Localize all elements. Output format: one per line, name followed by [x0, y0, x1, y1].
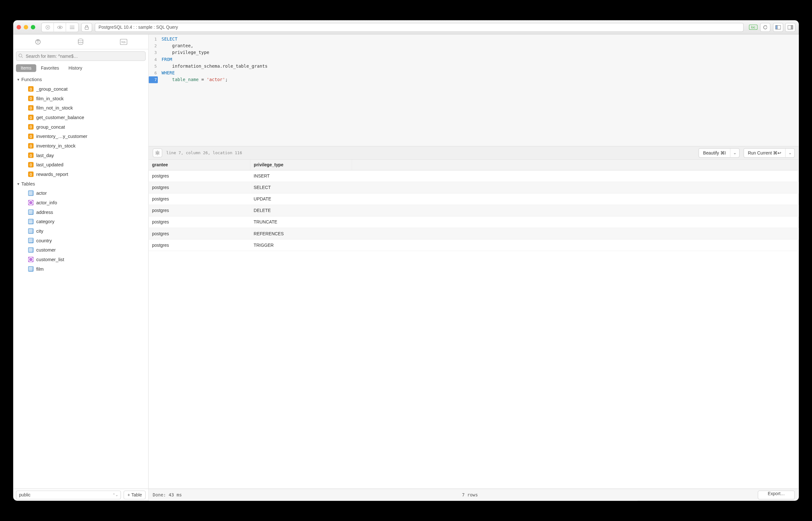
object-tree[interactable]: ▼ Functions {}_group_concat{}film_in_sto… [13, 75, 148, 489]
table-item[interactable]: customer [13, 245, 148, 255]
run-button[interactable]: Run Current ⌘↩ ⌄ [743, 148, 795, 158]
stop-button[interactable] [42, 23, 54, 31]
result-cell[interactable]: DELETE [250, 205, 352, 217]
tab-history[interactable]: History [64, 64, 87, 72]
minimize-window-button[interactable] [24, 25, 28, 29]
result-cell[interactable]: postgres [149, 171, 250, 182]
svg-text:SQL: SQL [121, 41, 126, 43]
preview-button[interactable] [54, 23, 66, 31]
view-toggle-group [773, 23, 795, 31]
function-item[interactable]: {}get_customer_balance [13, 113, 148, 122]
search-input[interactable] [16, 51, 146, 61]
table-name: city [36, 228, 43, 234]
beautify-button[interactable]: Beautify ⌘I ⌄ [699, 148, 739, 158]
function-icon: {} [28, 134, 34, 139]
result-cell[interactable]: TRUNCATE [250, 217, 352, 228]
schema-selector[interactable]: public ⌃⌄ [16, 490, 121, 499]
result-cell[interactable]: TRIGGER [250, 240, 352, 251]
table-name: customer_list [36, 257, 64, 262]
connections-icon[interactable] [33, 37, 43, 47]
status-rowcount: 7 rows [182, 492, 758, 497]
editor-gutter: 1234567 [149, 35, 159, 146]
result-cell[interactable]: postgres [149, 182, 250, 194]
function-item[interactable]: {}film_not_in_stock [13, 103, 148, 113]
table-item[interactable]: city [13, 226, 148, 236]
table-item[interactable]: actor [13, 188, 148, 198]
result-row[interactable]: postgresTRIGGER [149, 240, 798, 251]
toggle-right-panel-button[interactable] [785, 23, 795, 31]
view-icon [28, 200, 34, 205]
group-tables-label: Tables [21, 181, 35, 186]
editor-code[interactable]: SELECT grantee, privilege_typeFROM infor… [159, 35, 798, 146]
editor-settings-button[interactable] [153, 149, 162, 157]
tab-items[interactable]: Items [16, 64, 36, 72]
column-header[interactable]: privilege_type [250, 160, 352, 170]
result-row[interactable]: postgresTRUNCATE [149, 217, 798, 228]
table-item[interactable]: film [13, 264, 148, 274]
result-row[interactable]: postgresREFERENCES [149, 228, 798, 240]
result-row[interactable]: postgresDELETE [149, 205, 798, 217]
function-item[interactable]: {}group_concat [13, 122, 148, 132]
function-icon: {} [28, 115, 34, 120]
function-item[interactable]: {}film_in_stock [13, 93, 148, 103]
add-table-label: Table [131, 492, 142, 497]
function-item[interactable]: {}_group_concat [13, 84, 148, 94]
reload-button[interactable] [760, 23, 770, 31]
function-name: inventory_…y_customer [36, 134, 87, 139]
chevron-down-icon[interactable]: ⌄ [786, 149, 794, 157]
beautify-label: Beautify ⌘I [699, 149, 730, 157]
function-item[interactable]: {}last_updated [13, 160, 148, 169]
result-cell[interactable]: INSERT [250, 171, 352, 182]
result-cell[interactable]: postgres [149, 240, 250, 251]
sql-editor[interactable]: 1234567 SELECT grantee, privilege_typeFR… [149, 35, 798, 146]
add-table-button[interactable]: + Table [124, 490, 146, 499]
function-icon: {} [28, 162, 34, 167]
table-item[interactable]: customer_list [13, 255, 148, 264]
svg-line-18 [22, 57, 23, 58]
function-item[interactable]: {}inventory_in_stock [13, 141, 148, 151]
result-cell[interactable]: REFERENCES [250, 228, 352, 240]
tab-favorites[interactable]: Favorites [36, 64, 64, 72]
result-row[interactable]: postgresSELECT [149, 182, 798, 194]
table-item[interactable]: country [13, 236, 148, 246]
caret-down-icon: ▼ [17, 77, 20, 82]
connection-title[interactable]: PostgreSQL 10.4 : : sample : SQL Query [95, 23, 744, 31]
result-cell[interactable]: postgres [149, 194, 250, 205]
function-name: rewards_report [36, 172, 68, 177]
database-icon[interactable] [76, 37, 86, 47]
table-item[interactable]: category [13, 217, 148, 226]
column-header[interactable]: grantee [149, 160, 250, 170]
results-grid[interactable]: granteeprivilege_type postgresINSERTpost… [149, 160, 798, 489]
toggle-left-panel-button[interactable] [773, 23, 783, 31]
result-cell[interactable]: postgres [149, 228, 250, 240]
export-button[interactable]: Export… [758, 490, 795, 499]
function-item[interactable]: {}rewards_report [13, 169, 148, 179]
function-icon: {} [28, 143, 34, 149]
function-name: last_day [36, 153, 54, 158]
group-functions[interactable]: ▼ Functions [13, 75, 148, 84]
function-item[interactable]: {}last_day [13, 151, 148, 160]
status-done: Done: 43 ms [153, 492, 182, 497]
cursor-position: line 7, column 26, location 116 [167, 151, 242, 156]
results-footer: Done: 43 ms 7 rows Export… [149, 489, 798, 501]
close-window-button[interactable] [17, 25, 21, 29]
table-item[interactable]: address [13, 207, 148, 217]
result-row[interactable]: postgresUPDATE [149, 194, 798, 205]
zoom-window-button[interactable] [31, 25, 36, 29]
plus-icon: + [128, 492, 130, 497]
function-item[interactable]: {}inventory_…y_customer [13, 132, 148, 141]
list-button[interactable] [66, 23, 78, 31]
result-cell[interactable]: UPDATE [250, 194, 352, 205]
sql-icon[interactable]: SQL [118, 37, 129, 47]
function-name: _group_concat [36, 86, 67, 92]
result-cell[interactable]: SELECT [250, 182, 352, 194]
group-tables[interactable]: ▼ Tables [13, 179, 148, 189]
table-item[interactable]: actor_info [13, 198, 148, 207]
function-icon: {} [28, 86, 34, 92]
lock-button[interactable] [81, 23, 92, 31]
result-cell[interactable]: postgres [149, 217, 250, 228]
function-name: inventory_in_stock [36, 143, 75, 149]
chevron-down-icon[interactable]: ⌄ [730, 149, 739, 157]
result-row[interactable]: postgresINSERT [149, 171, 798, 182]
result-cell[interactable]: postgres [149, 205, 250, 217]
